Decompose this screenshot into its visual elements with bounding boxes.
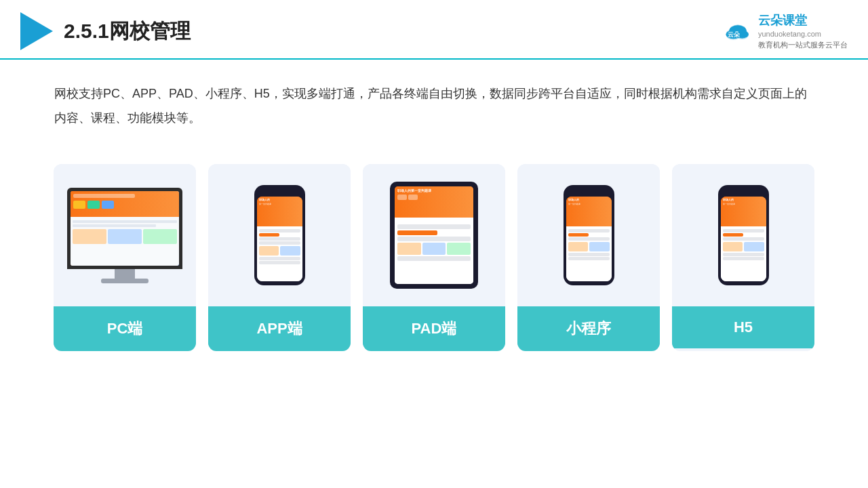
tablet-mockup: 职场人的第一堂判题课	[390, 182, 478, 289]
cloud-logo-icon: 云朵	[722, 20, 754, 42]
miniapp-phone-notch	[581, 190, 596, 194]
monitor-base	[101, 279, 149, 283]
miniapp-phone-frame: 职场人的 第一堂判题课	[564, 185, 614, 285]
h5-phone-mockup: 职场人的 第一堂判题课	[718, 185, 769, 285]
brand-logo: 云朵 云朵课堂 yunduoketang.com 教育机构一站式服务云平台	[722, 12, 848, 50]
svg-text:云朵: 云朵	[728, 31, 741, 38]
monitor-frame	[67, 188, 182, 269]
card-miniapp-image: 职场人的 第一堂判题课	[517, 164, 660, 306]
card-app: 职场人的 第一堂判题课	[208, 164, 351, 351]
app-phone-mockup: 职场人的 第一堂判题课	[254, 185, 305, 285]
app-screen-content	[257, 226, 302, 281]
app-phone-notch	[272, 190, 287, 194]
h5-screen-content	[721, 226, 766, 281]
header-left: 2.5.1网校管理	[20, 12, 191, 50]
miniapp-phone-screen: 职场人的 第一堂判题课	[566, 197, 612, 281]
card-pc: PC端	[54, 164, 196, 351]
card-pc-label: PC端	[54, 306, 196, 351]
header: 2.5.1网校管理 云朵 云朵课堂 yunduoketang.com 教育机构一…	[0, 0, 868, 60]
h5-phone-screen: 职场人的 第一堂判题课	[721, 197, 766, 281]
description-paragraph: 网校支持PC、APP、PAD、小程序、H5，实现多端打通，产品各终端自由切换，数…	[54, 81, 814, 130]
card-pad: 职场人的第一堂判题课	[363, 164, 505, 351]
app-phone-frame: 职场人的 第一堂判题课	[254, 185, 305, 285]
card-app-label: APP端	[208, 306, 351, 351]
card-h5: 职场人的 第一堂判题课	[672, 164, 814, 351]
miniapp-screen-content	[566, 226, 612, 281]
brand-domain: yunduoketang.com	[758, 29, 848, 39]
page-title: 2.5.1网校管理	[64, 18, 191, 45]
cards-container: PC端 职场人的 第一堂判题课	[0, 150, 868, 365]
card-app-image: 职场人的 第一堂判题课	[208, 164, 351, 306]
brand-name: 云朵课堂	[758, 12, 848, 29]
brand-text: 云朵课堂 yunduoketang.com 教育机构一站式服务云平台	[758, 12, 848, 50]
card-pc-image	[54, 164, 196, 306]
monitor-stand	[115, 269, 135, 279]
card-pad-image: 职场人的第一堂判题课	[363, 164, 505, 306]
logo-triangle-icon	[20, 12, 53, 50]
tablet-screen-content	[395, 220, 473, 284]
pc-mockup	[67, 188, 182, 283]
card-h5-label: H5	[672, 306, 814, 348]
miniapp-phone-mockup: 职场人的 第一堂判题课	[564, 185, 614, 285]
card-pad-label: PAD端	[363, 306, 505, 351]
header-right: 云朵 云朵课堂 yunduoketang.com 教育机构一站式服务云平台	[722, 12, 848, 50]
brand-tagline: 教育机构一站式服务云平台	[758, 40, 848, 50]
h5-phone-frame: 职场人的 第一堂判题课	[718, 185, 769, 285]
monitor-screen	[71, 191, 179, 266]
h5-phone-notch	[736, 190, 751, 194]
card-h5-image: 职场人的 第一堂判题课	[672, 164, 814, 306]
description-text: 网校支持PC、APP、PAD、小程序、H5，实现多端打通，产品各终端自由切换，数…	[0, 60, 868, 144]
card-miniapp-label: 小程序	[517, 306, 660, 351]
card-miniapp: 职场人的 第一堂判题课	[517, 164, 660, 351]
app-phone-screen: 职场人的 第一堂判题课	[257, 197, 302, 281]
tablet-screen: 职场人的第一堂判题课	[395, 186, 473, 284]
tablet-frame: 职场人的第一堂判题课	[390, 182, 478, 289]
